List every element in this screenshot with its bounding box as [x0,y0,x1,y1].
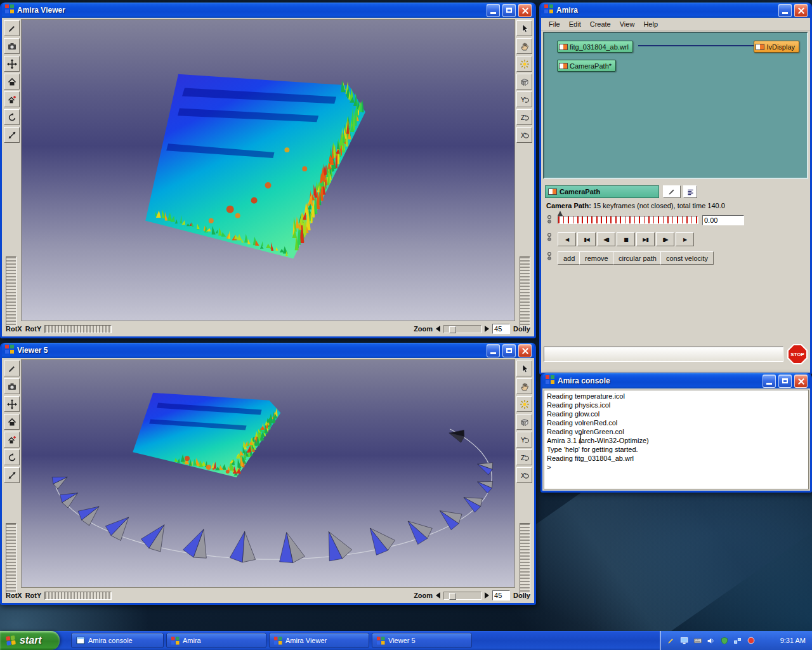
zoom-slider[interactable] [443,592,481,600]
module-header[interactable]: CameraPath [545,185,659,198]
home-button[interactable] [4,414,20,430]
close-button[interactable] [794,4,808,17]
zoom-value-field[interactable] [492,324,510,334]
viewing-mode-button[interactable] [516,38,532,54]
menu-edit[interactable]: Edit [565,19,585,29]
rotate-view-button[interactable] [4,449,20,465]
menu-help[interactable]: Help [639,19,662,29]
circular-path-button[interactable]: circular path [613,251,662,265]
keyboard-icon[interactable] [693,636,702,646]
maximize-button[interactable] [502,4,516,17]
headlight-button[interactable] [516,396,532,412]
rotate-view-button[interactable] [4,109,20,125]
roty-thumbwheel[interactable] [44,592,112,600]
taskbar-button-amira-viewer[interactable]: Amira Viewer [269,633,369,648]
set-home-button[interactable] [4,91,20,107]
stop-playback-button[interactable]: ■ [617,232,635,246]
camerapath-node[interactable]: CameraPath* [557,60,616,72]
align-z-button[interactable]: Z [516,449,532,465]
zoom-decrease-arrow[interactable] [436,326,440,332]
viewing-mode-button[interactable] [516,378,532,394]
tablet-pen-icon[interactable] [666,636,676,646]
taskbar-button-amira[interactable]: Amira [166,633,266,648]
dolly-thumbwheel[interactable] [520,256,530,328]
step-forward-button[interactable]: ▶▮ [636,232,655,246]
shield-icon[interactable] [719,636,729,646]
viewer5-titlebar[interactable]: Viewer 5 [2,343,534,358]
data-node[interactable]: fitg_031804_ab.wrl [557,41,633,53]
rotx-thumbwheel[interactable] [6,523,16,594]
show-ports-button[interactable] [683,185,697,198]
edit-button[interactable] [663,185,681,198]
taskbar-button-amira-console[interactable]: Amira console [71,633,164,648]
taskbar-button-viewer5[interactable]: Viewer 5 [372,633,472,648]
zoom-slider[interactable] [443,325,481,333]
zoom-value-field[interactable] [492,590,510,600]
minimize-button[interactable] [487,4,500,17]
add-keyframe-button[interactable]: add [558,251,580,265]
amira-viewer-titlebar[interactable]: Amira Viewer [2,3,534,18]
zoom-slider-thumb[interactable] [449,593,456,600]
play-reverse-button[interactable]: ◀ [558,232,576,246]
align-x-button[interactable]: X [516,127,532,143]
seek-button[interactable] [4,127,20,143]
amira-titlebar[interactable]: Amira [541,3,810,18]
close-button[interactable] [518,4,532,17]
align-z-button[interactable]: Z [516,109,532,125]
display-icon[interactable] [679,636,689,646]
zoom-decrease-arrow[interactable] [436,592,440,599]
messenger-icon[interactable] [746,636,756,646]
maximize-button[interactable] [502,344,516,357]
headlight-button[interactable] [516,56,532,72]
probe-tool-button[interactable] [4,361,20,376]
network-icon[interactable] [733,636,742,646]
3d-viewport[interactable] [21,359,515,588]
select-mode-button[interactable] [516,20,532,36]
console-titlebar[interactable]: Amira console [542,373,810,388]
rotx-thumbwheel[interactable] [6,256,16,328]
taskbar-clock[interactable]: 9:31 AM [780,637,806,644]
pan-tool-button[interactable] [4,396,20,412]
command-progress-strip[interactable] [544,347,783,362]
menu-view[interactable]: View [616,19,639,29]
dolly-thumbwheel[interactable] [520,523,530,594]
object-pool[interactable]: fitg_031804_ab.wrl IvDisplay CameraPath* [543,32,808,179]
seek-button[interactable] [4,467,20,483]
align-y-button[interactable]: Y [516,91,532,107]
skip-to-end-button[interactable]: ▮▶ [656,232,674,246]
menu-file[interactable]: File [545,19,564,29]
close-button[interactable] [794,375,808,388]
zoom-increase-arrow[interactable] [485,592,489,599]
roty-thumbwheel[interactable] [44,325,112,333]
step-back-button[interactable]: ◀▮ [597,232,615,246]
time-slider-marker[interactable] [558,211,563,216]
time-value-field[interactable] [702,215,744,225]
scene-graph-button[interactable] [516,74,532,90]
probe-tool-button[interactable] [4,20,20,36]
maximize-button[interactable] [778,375,792,388]
time-slider[interactable] [558,216,698,224]
remove-keyframe-button[interactable]: remove [579,251,614,265]
minimize-button[interactable] [763,375,776,388]
align-x-button[interactable]: X [516,467,532,483]
3d-viewport[interactable] [21,19,515,321]
select-mode-button[interactable] [516,361,532,376]
home-button[interactable] [4,74,20,90]
zoom-increase-arrow[interactable] [485,326,489,332]
close-button[interactable] [518,344,532,357]
const-velocity-button[interactable]: const velocity [660,251,714,265]
volume-icon[interactable] [706,636,716,646]
align-y-button[interactable]: Y [516,432,532,448]
pan-tool-button[interactable] [4,56,20,72]
start-button[interactable]: start [0,631,60,650]
skip-to-start-button[interactable]: ▮◀ [577,232,596,246]
ivdisplay-node[interactable]: IvDisplay [754,41,799,53]
minimize-button[interactable] [778,4,792,17]
menu-create[interactable]: Create [586,19,615,29]
play-button[interactable]: ▶ [676,232,694,246]
stop-button[interactable]: STOP [787,344,808,364]
set-home-button[interactable] [4,432,20,448]
zoom-slider-thumb[interactable] [449,326,456,333]
snapshot-tool-button[interactable] [4,378,20,394]
minimize-button[interactable] [487,344,500,357]
